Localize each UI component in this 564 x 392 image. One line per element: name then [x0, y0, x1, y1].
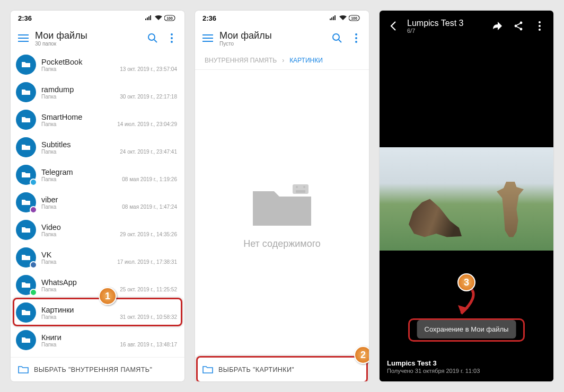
- viewer-counter: 6/7: [407, 28, 483, 34]
- folder-outline-icon: [18, 366, 29, 374]
- folder-date: 13 окт. 2019 г., 23:57:04: [120, 66, 177, 72]
- folder-row[interactable]: viber Папка 08 мая 2019 г., 1:47:24: [11, 189, 184, 216]
- app-header: Мои файлы Пусто: [195, 25, 369, 51]
- wifi-icon: [155, 15, 162, 21]
- battery-icon: 100: [164, 15, 177, 21]
- status-time: 2:36: [202, 14, 216, 22]
- folder-row[interactable]: VK Папка 17 июл. 2019 г., 17:38:31: [11, 244, 184, 271]
- folder-name: WhatsApp: [41, 278, 177, 287]
- folder-type: Папка: [41, 231, 56, 237]
- svg-point-20: [539, 25, 541, 27]
- folder-type: Папка: [41, 66, 56, 72]
- folder-name: Книги: [41, 333, 177, 342]
- folder-date: 16 авг. 2019 г., 13:48:17: [120, 342, 177, 348]
- svg-point-21: [539, 29, 541, 31]
- caption-date: Получено 31 октября 2019 г. 11:03: [387, 368, 546, 374]
- folder-row[interactable]: Картинки Папка 31 окт. 2019 г., 10:58:32: [11, 299, 184, 326]
- folder-row[interactable]: Telegram Папка 08 мая 2019 г., 1:19:26: [11, 161, 184, 189]
- bottom-bar-text: ВЫБРАТЬ "КАРТИНКИ": [218, 366, 294, 373]
- menu-button[interactable]: [16, 31, 31, 46]
- battery-icon: 100: [349, 15, 362, 21]
- svg-point-14: [303, 186, 305, 188]
- more-button[interactable]: [532, 19, 547, 33]
- folder-icon: [16, 247, 36, 268]
- signal-icon: [330, 15, 337, 21]
- crumb-current: КАРТИНКИ: [289, 57, 323, 64]
- folder-icon: [16, 110, 36, 130]
- menu-button[interactable]: [200, 31, 215, 46]
- folder-name: Subtitles: [41, 140, 177, 149]
- empty-state: Нет содержимого: [195, 70, 369, 357]
- share-button[interactable]: [511, 19, 526, 33]
- folder-row[interactable]: SmartHome Папка 14 июл. 2019 г., 23:04:2…: [11, 106, 184, 133]
- marmot-shape: [497, 182, 524, 237]
- more-button[interactable]: [349, 31, 364, 46]
- svg-point-9: [355, 33, 357, 35]
- wifi-icon: [339, 15, 347, 21]
- folder-name: viber: [41, 195, 177, 204]
- folder-row[interactable]: ramdump Папка 30 окт. 2019 г., 22:17:18: [11, 78, 184, 106]
- svg-point-10: [355, 37, 357, 39]
- bottom-select-bar[interactable]: ВЫБРАТЬ "ВНУТРЕННЯЯ ПАМЯТЬ": [11, 357, 184, 381]
- folder-name: PocketBook: [41, 58, 177, 66]
- folder-type: Папка: [41, 342, 56, 348]
- folder-type: Папка: [41, 176, 56, 182]
- folder-date: 17 июл. 2019 г., 17:38:31: [117, 259, 177, 265]
- folder-name: Telegram: [41, 168, 177, 176]
- svg-point-11: [355, 41, 357, 43]
- svg-point-4: [171, 37, 173, 39]
- header-subtitle: Пусто: [219, 41, 325, 47]
- svg-rect-15: [296, 190, 305, 193]
- app-badge-icon: [30, 179, 37, 186]
- search-button[interactable]: [330, 31, 345, 46]
- photo-content: [380, 147, 553, 251]
- folder-row[interactable]: WhatsApp Папка 25 окт. 2019 г., 11:25:52: [11, 271, 184, 299]
- phone2-empty-folder: 2:36 100 Мои файлы Пусто ВНУТРЕННЯЯ ПАМЯ…: [195, 11, 369, 381]
- step-badge-1: 1: [99, 287, 117, 305]
- folder-row[interactable]: Video Папка 29 окт. 2019 г., 14:35:26: [11, 216, 184, 244]
- folder-type: Папка: [41, 94, 56, 100]
- folder-name: Video: [41, 223, 177, 231]
- folder-type: Папка: [41, 259, 56, 265]
- status-bar: 2:36 100: [195, 11, 369, 25]
- app-header: Мои файлы 30 папок: [11, 25, 184, 51]
- svg-point-5: [171, 41, 173, 43]
- svg-point-3: [171, 33, 173, 35]
- caption-title: Lumpics Test 3: [387, 359, 546, 367]
- folder-row[interactable]: Subtitles Папка 24 окт. 2019 г., 23:47:4…: [11, 133, 184, 161]
- empty-text: Нет содержимого: [243, 238, 321, 250]
- svg-text:100: 100: [351, 16, 357, 20]
- folder-type: Папка: [41, 149, 56, 155]
- signal-icon: [145, 15, 153, 21]
- folder-icon: [16, 192, 36, 212]
- viewer-header: Lumpics Test 3 6/7: [380, 11, 553, 41]
- status-time: 2:36: [18, 14, 32, 22]
- folder-outline-icon: [202, 366, 213, 374]
- breadcrumb[interactable]: ВНУТРЕННЯЯ ПАМЯТЬ › КАРТИНКИ: [195, 51, 369, 70]
- chevron-right-icon: ›: [282, 57, 284, 64]
- folder-row[interactable]: PocketBook Папка 13 окт. 2019 г., 23:57:…: [11, 51, 184, 78]
- folder-icon: [16, 165, 36, 185]
- image-area[interactable]: 3 Сохранение в Мои файлы: [380, 41, 553, 356]
- step-badge-2: 2: [354, 346, 369, 364]
- forward-button[interactable]: [490, 19, 505, 33]
- folder-icon: [16, 220, 36, 240]
- back-button[interactable]: [386, 19, 401, 33]
- app-badge-icon: [30, 206, 37, 213]
- folder-row[interactable]: Книги Папка 16 авг. 2019 г., 13:48:17: [11, 326, 184, 354]
- folder-date: 14 июл. 2019 г., 23:04:29: [117, 121, 177, 127]
- wolf-shape: [409, 195, 462, 237]
- folder-date: 25 окт. 2019 г., 11:25:52: [120, 287, 177, 292]
- header-title: Мои файлы: [219, 30, 325, 41]
- status-icons: 100: [330, 15, 362, 21]
- status-icons: 100: [145, 15, 177, 21]
- search-button[interactable]: [145, 31, 160, 46]
- folder-icon: [16, 275, 36, 295]
- arrow-icon: [445, 286, 488, 323]
- folder-date: 08 мая 2019 г., 1:19:26: [122, 176, 177, 182]
- more-button[interactable]: [164, 31, 179, 46]
- folder-list[interactable]: PocketBook Папка 13 окт. 2019 г., 23:57:…: [11, 51, 184, 357]
- folder-icon: [16, 55, 36, 75]
- bottom-select-bar[interactable]: ВЫБРАТЬ "КАРТИНКИ" 2: [195, 357, 369, 381]
- crumb-internal[interactable]: ВНУТРЕННЯЯ ПАМЯТЬ: [205, 57, 277, 64]
